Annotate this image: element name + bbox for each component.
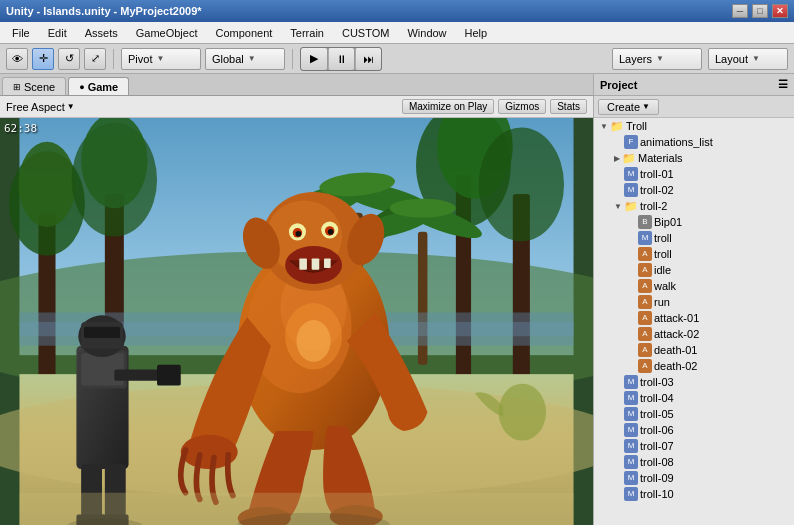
game-viewport: 62:38 (0, 118, 593, 525)
stats-button[interactable]: Stats (550, 99, 587, 114)
layers-dropdown[interactable]: Layers ▼ (612, 48, 702, 70)
tree-item-troll-04[interactable]: M troll-04 (594, 390, 794, 406)
layers-arrow: ▼ (656, 54, 664, 63)
project-menu-icon[interactable]: ☰ (778, 78, 788, 91)
tree-item-troll-03[interactable]: M troll-03 (594, 374, 794, 390)
scene-tab-label: Scene (24, 81, 55, 93)
menu-edit[interactable]: Edit (40, 25, 75, 41)
title-bar: Unity - Islands.unity - MyProject2009* ─… (0, 0, 794, 22)
tree-item-label: troll-06 (640, 424, 674, 436)
tab-game[interactable]: ● Game (68, 77, 129, 95)
tree-item-idle[interactable]: A idle (594, 262, 794, 278)
tree-item-troll-07[interactable]: M troll-07 (594, 438, 794, 454)
svg-point-63 (499, 384, 546, 441)
play-button[interactable]: ▶ (301, 48, 327, 70)
tree-item-death-01[interactable]: A death-01 (594, 342, 794, 358)
global-arrow: ▼ (248, 54, 256, 63)
pivot-dropdown[interactable]: Pivot ▼ (121, 48, 201, 70)
tab-bar: ⊞ Scene ● Game (0, 74, 593, 96)
tree-item-troll-08[interactable]: M troll-08 (594, 454, 794, 470)
toolbar-sep-1 (113, 49, 114, 69)
tree-item-troll-2[interactable]: ▼ 📁 troll-2 (594, 198, 794, 214)
aspect-selector[interactable]: Free Aspect ▼ (6, 101, 75, 113)
svg-point-36 (296, 231, 302, 237)
tree-item-label: idle (654, 264, 671, 276)
tab-scene[interactable]: ⊞ Scene (2, 77, 66, 95)
create-button[interactable]: Create ▼ (598, 99, 659, 115)
game-toolbar-right: Maximize on Play Gizmos Stats (402, 99, 587, 114)
tree-item-label: troll (654, 248, 672, 260)
svg-rect-56 (157, 365, 181, 386)
tree-item-materials-folder[interactable]: ▶ 📁 Materials (594, 150, 794, 166)
tree-item-death-02[interactable]: A death-02 (594, 358, 794, 374)
title-bar-controls: ─ □ ✕ (732, 4, 788, 18)
tree-item-troll-anim[interactable]: A troll (594, 246, 794, 262)
menu-window[interactable]: Window (399, 25, 454, 41)
tree-item-troll-02[interactable]: M troll-02 (594, 182, 794, 198)
menu-terrain[interactable]: Terrain (282, 25, 332, 41)
tree-item-walk[interactable]: A walk (594, 278, 794, 294)
menu-component[interactable]: Component (207, 25, 280, 41)
game-toolbar-left: Free Aspect ▼ (6, 101, 75, 113)
layout-dropdown[interactable]: Layout ▼ (708, 48, 788, 70)
tree-item-animations-list[interactable]: F animations_list (594, 134, 794, 150)
coords-overlay: 62:38 (4, 122, 37, 135)
tree-item-bip01[interactable]: B Bip01 (594, 214, 794, 230)
menu-file[interactable]: File (4, 25, 38, 41)
menu-assets[interactable]: Assets (77, 25, 126, 41)
global-label: Global (212, 53, 244, 65)
window-title: Unity - Islands.unity - MyProject2009* (6, 5, 202, 17)
svg-rect-40 (312, 258, 320, 269)
layout-label: Layout (715, 53, 748, 65)
pivot-arrow: ▼ (156, 54, 164, 63)
maximize-on-play-button[interactable]: Maximize on Play (402, 99, 494, 114)
gizmos-button[interactable]: Gizmos (498, 99, 546, 114)
project-title: Project (600, 79, 637, 91)
layout-arrow: ▼ (752, 54, 760, 63)
rotate-tool-button[interactable]: ↺ (58, 48, 80, 70)
menu-gameobject[interactable]: GameObject (128, 25, 206, 41)
tree-item-troll-09[interactable]: M troll-09 (594, 470, 794, 486)
tree-item-troll-05[interactable]: M troll-05 (594, 406, 794, 422)
global-dropdown[interactable]: Global ▼ (205, 48, 285, 70)
step-button[interactable]: ⏭ (355, 48, 381, 70)
game-canvas (0, 118, 593, 525)
tree-item-label: attack-02 (654, 328, 699, 340)
tree-item-label: troll-03 (640, 376, 674, 388)
project-header: Project ☰ (594, 74, 794, 96)
hand-tool-button[interactable]: ✛ (32, 48, 54, 70)
tree-item-label: troll-05 (640, 408, 674, 420)
tree-item-attack-01[interactable]: A attack-01 (594, 310, 794, 326)
tree-item-troll-10[interactable]: M troll-10 (594, 486, 794, 502)
toolbar-sep-2 (292, 49, 293, 69)
pivot-label: Pivot (128, 53, 152, 65)
tree-item-troll-mesh[interactable]: M troll (594, 230, 794, 246)
svg-rect-41 (324, 258, 331, 267)
svg-point-12 (479, 127, 564, 241)
tree-item-troll-01[interactable]: M troll-01 (594, 166, 794, 182)
right-panel: Project ☰ Create ▼ ▼ 📁 Troll F animation… (594, 74, 794, 525)
close-button[interactable]: ✕ (772, 4, 788, 18)
pause-button[interactable]: ⏸ (328, 48, 354, 70)
maximize-button[interactable]: □ (752, 4, 768, 18)
project-toolbar: Create ▼ (594, 96, 794, 118)
tree-item-label: walk (654, 280, 676, 292)
minimize-button[interactable]: ─ (732, 4, 748, 18)
tree-item-troll-folder[interactable]: ▼ 📁 Troll (594, 118, 794, 134)
menu-bar: File Edit Assets GameObject Component Te… (0, 22, 794, 44)
tree-item-attack-02[interactable]: A attack-02 (594, 326, 794, 342)
project-tree[interactable]: ▼ 📁 Troll F animations_list ▶ 📁 Material… (594, 118, 794, 525)
tree-item-label: troll-04 (640, 392, 674, 404)
scale-tool-button[interactable]: ⤢ (84, 48, 106, 70)
tree-item-label: troll-2 (640, 200, 668, 212)
menu-custom[interactable]: CUSTOM (334, 25, 397, 41)
tree-item-troll-06[interactable]: M troll-06 (594, 422, 794, 438)
coords-text: 62:38 (4, 122, 37, 135)
tree-item-label: troll-07 (640, 440, 674, 452)
svg-rect-64 (19, 493, 573, 525)
menu-help[interactable]: Help (457, 25, 496, 41)
tree-item-run[interactable]: A run (594, 294, 794, 310)
main-area: ⊞ Scene ● Game Free Aspect ▼ Maximize on… (0, 74, 794, 525)
eye-tool-button[interactable]: 👁 (6, 48, 28, 70)
left-panel: ⊞ Scene ● Game Free Aspect ▼ Maximize on… (0, 74, 594, 525)
